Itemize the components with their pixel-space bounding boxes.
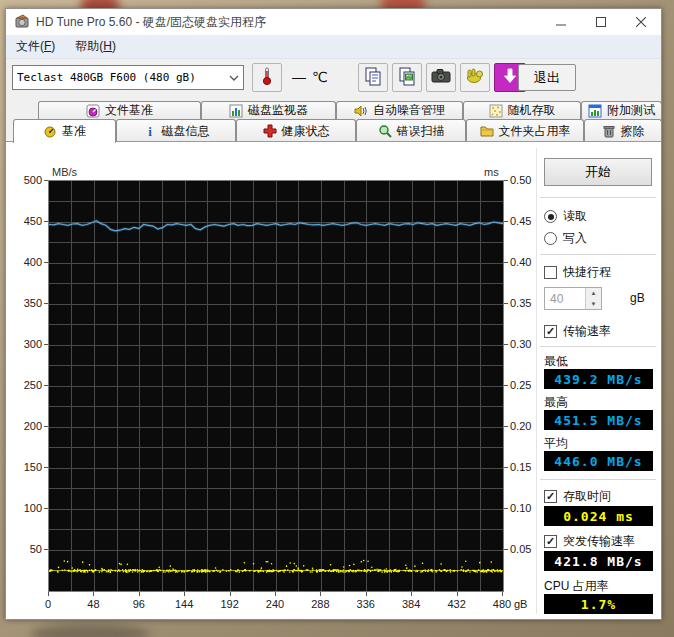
window-controls: [541, 9, 661, 35]
secondary-tab-3[interactable]: 随机存取: [463, 101, 581, 119]
left-axis-unit: MB/s: [52, 166, 77, 178]
menu-item-file[interactable]: 文件(F): [6, 34, 65, 59]
primary-tab-0[interactable]: 基准: [13, 119, 116, 143]
checkbox-icon[interactable]: [544, 266, 557, 279]
primary-tab-4[interactable]: 文件夹占用率: [466, 119, 584, 142]
copy-image-icon: [398, 66, 416, 89]
tick-mark: [44, 549, 48, 550]
donate-button[interactable]: [460, 63, 490, 92]
menu-item-help[interactable]: 帮助(H): [65, 34, 126, 59]
tab-label: 擦除: [621, 123, 645, 140]
tick-mark: [320, 592, 321, 596]
aam-icon: [354, 104, 368, 118]
x-tick: 336: [346, 598, 386, 611]
secondary-tab-2[interactable]: 自动噪音管理: [336, 101, 463, 119]
secondary-tab-0[interactable]: 文件基准: [38, 101, 201, 119]
primary-tab-1[interactable]: i磁盘信息: [116, 119, 236, 142]
access-time-label: 存取时间: [563, 488, 611, 505]
burst-rate-checkbox[interactable]: 突发传输速率: [544, 533, 635, 550]
drive-select-value: Teclast 480GB F600 (480 gB): [17, 71, 196, 84]
primary-tab-2[interactable]: 健康状态: [236, 119, 356, 142]
tick-mark: [139, 592, 140, 596]
copy-image-button[interactable]: [392, 63, 422, 92]
tick-mark: [44, 508, 48, 509]
exit-button[interactable]: 退出: [518, 64, 576, 91]
x-tick: 144: [164, 598, 204, 611]
separator: [540, 254, 656, 255]
tick-mark: [44, 262, 48, 263]
tab-label: 错误扫描: [397, 123, 445, 140]
toolbar: Teclast 480GB F600 (480 gB) — ℃: [6, 59, 661, 101]
primary-tab-3[interactable]: 错误扫描: [356, 119, 466, 142]
x-tick: 0: [28, 598, 68, 611]
x-tick: 240: [255, 598, 295, 611]
primary-tab-5[interactable]: 擦除: [584, 119, 662, 142]
chevron-down-icon: [229, 71, 239, 84]
separator: [540, 479, 656, 480]
spin-up-button[interactable]: ▲: [586, 288, 601, 299]
tab-row-primary: 基准i磁盘信息健康状态错误扫描文件夹占用率擦除: [6, 119, 662, 142]
checkbox-icon[interactable]: [544, 325, 557, 338]
y-left-tick: 100: [8, 502, 42, 515]
temperature-button[interactable]: [252, 63, 282, 92]
capacity-value[interactable]: 40: [545, 288, 585, 309]
screenshot-button[interactable]: [426, 63, 456, 92]
app-window: HD Tune Pro 5.60 - 硬盘/固态硬盘实用程序 文件(F)帮助(H…: [5, 8, 662, 620]
thermometer-icon: [261, 66, 273, 89]
menu-bar: 文件(F)帮助(H): [6, 35, 661, 59]
tick-mark: [366, 592, 367, 596]
radio-icon[interactable]: [544, 232, 557, 245]
short-stroke-checkbox[interactable]: 快捷行程: [544, 264, 611, 281]
max-value-display: 451.5 MB/s: [544, 410, 653, 430]
avg-label: 平均: [544, 435, 568, 452]
benchmark-icon: [43, 125, 57, 139]
y-left-tick: 200: [8, 420, 42, 433]
min-label: 最低: [544, 353, 568, 370]
desktop-background: HD Tune Pro 5.60 - 硬盘/固态硬盘实用程序 文件(F)帮助(H…: [0, 0, 674, 637]
copy-text-button[interactable]: [358, 63, 388, 92]
write-radio[interactable]: 写入: [544, 230, 587, 247]
erase-icon: [602, 124, 616, 138]
tab-label: 磁盘监视器: [248, 102, 308, 119]
min-value-display: 439.2 MB/s: [544, 369, 653, 389]
tick-mark: [184, 592, 185, 596]
capacity-spinner[interactable]: 40 ▲ ▼: [544, 287, 602, 310]
read-radio[interactable]: 读取: [544, 208, 587, 225]
access-time-checkbox[interactable]: 存取时间: [544, 488, 611, 505]
checkbox-icon[interactable]: [544, 490, 557, 503]
y-left-tick: 250: [8, 379, 42, 392]
tick-mark: [44, 467, 48, 468]
y-left-tick: 300: [8, 338, 42, 351]
folder-usage-icon: [480, 124, 494, 138]
secondary-tab-1[interactable]: 磁盘监视器: [201, 101, 336, 119]
maximize-button[interactable]: [581, 9, 621, 35]
start-button[interactable]: 开始: [544, 158, 652, 186]
tick-mark: [504, 549, 508, 550]
spin-down-button[interactable]: ▼: [586, 299, 601, 310]
tab-label: 自动噪音管理: [373, 102, 445, 119]
temperature-unit: ℃: [312, 69, 328, 85]
transfer-rate-checkbox[interactable]: 传输速率: [544, 323, 611, 340]
tick-mark: [504, 426, 508, 427]
title-bar[interactable]: HD Tune Pro 5.60 - 硬盘/固态硬盘实用程序: [6, 9, 661, 35]
health-icon: [263, 124, 277, 138]
checkbox-icon[interactable]: [544, 535, 557, 548]
donate-hand-icon: [465, 67, 485, 88]
secondary-tab-4[interactable]: 附加测试: [581, 101, 662, 119]
extra-tests-icon: [588, 104, 602, 118]
svg-text:i: i: [148, 124, 152, 138]
main-content: MB/s ms 500450400350300250200150100500.5…: [6, 141, 661, 619]
access-time-display: 0.024 ms: [544, 506, 653, 526]
y-left-tick: 500: [8, 174, 42, 187]
app-icon: [14, 14, 30, 30]
minimize-button[interactable]: [541, 9, 581, 35]
close-button[interactable]: [621, 9, 661, 35]
tick-mark: [504, 262, 508, 263]
panel-divider: [536, 148, 537, 614]
drive-select-dropdown[interactable]: Teclast 480GB F600 (480 gB): [12, 65, 244, 90]
radio-icon[interactable]: [544, 210, 557, 223]
burst-rate-label: 突发传输速率: [563, 533, 635, 550]
tick-mark: [504, 344, 508, 345]
tick-mark: [504, 467, 508, 468]
copy-text-icon: [364, 66, 382, 89]
